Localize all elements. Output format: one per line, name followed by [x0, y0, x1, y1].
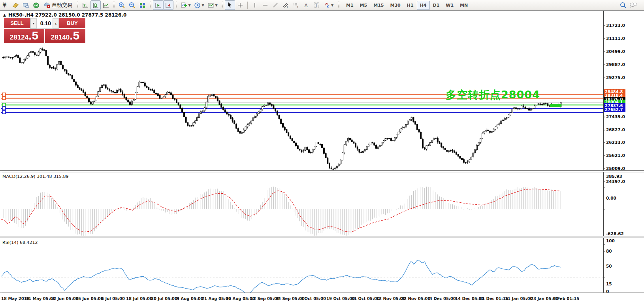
- candle-body: [239, 132, 241, 134]
- volume-input[interactable]: 0.10: [37, 18, 53, 28]
- candle-body: [219, 101, 220, 104]
- buy-button[interactable]: BUY: [59, 18, 85, 29]
- candle-body: [36, 55, 37, 55]
- candle-body: [12, 57, 13, 58]
- price-tick-label: 29275.0: [606, 75, 625, 80]
- candle-body: [454, 151, 455, 153]
- candle-body: [309, 150, 310, 153]
- buy-price-main: 28140: [51, 30, 70, 45]
- candle-body: [514, 108, 515, 109]
- candle-body: [128, 100, 129, 102]
- time-axis-label: 8 Feb 01:15: [553, 296, 579, 301]
- hline-price-tag: 27652.7: [604, 107, 625, 112]
- candle-body: [111, 91, 112, 91]
- candle-body: [488, 130, 489, 131]
- collapse-triangle-icon[interactable]: ▲: [3, 13, 6, 17]
- buy-price[interactable]: 28140 .5: [45, 29, 85, 43]
- candle-body: [213, 94, 215, 96]
- candle-body: [116, 90, 117, 93]
- sell-button[interactable]: SELL: [4, 18, 30, 29]
- candle-body: [510, 113, 511, 115]
- candle-body: [25, 58, 26, 59]
- candle-body: [502, 120, 503, 121]
- candle-body: [312, 149, 313, 152]
- time-axis-label: 30 Jul 05:00: [151, 296, 177, 301]
- candle-body: [362, 151, 363, 152]
- pane-separator-macd[interactable]: [0, 170, 644, 172]
- price-tick-label: 26233.0: [606, 140, 625, 145]
- candle-body: [122, 92, 123, 94]
- volume-decrease-button[interactable]: ▼: [30, 18, 37, 28]
- candle-body: [189, 126, 190, 127]
- candle-body: [83, 90, 84, 92]
- candle-body: [3, 57, 4, 58]
- candle-body: [310, 152, 311, 153]
- candle-body: [456, 153, 457, 155]
- candle-body: [355, 144, 356, 147]
- candle-body: [75, 82, 77, 85]
- candle-body: [469, 160, 470, 162]
- candle-body: [198, 114, 200, 118]
- candle-body: [159, 96, 160, 99]
- candle-body: [209, 96, 211, 96]
- pane-separator-rsi[interactable]: [0, 236, 644, 238]
- candle-body: [51, 67, 52, 68]
- candle-body: [204, 108, 205, 111]
- candle-body: [405, 125, 407, 127]
- hline-handle: [2, 111, 6, 114]
- candle-body: [252, 118, 254, 121]
- candle-body: [264, 105, 265, 107]
- candle-body: [131, 101, 132, 104]
- candle-body: [87, 96, 88, 98]
- candle-body: [118, 89, 119, 90]
- price-tick-label: 25621.0: [606, 153, 625, 158]
- candle-body: [66, 70, 67, 74]
- candle-body: [529, 109, 530, 110]
- candle-body: [224, 110, 226, 112]
- candle-body: [325, 153, 326, 158]
- candle-body: [202, 111, 203, 111]
- candle-body: [540, 104, 541, 105]
- candle-body: [8, 57, 9, 57]
- chart-header: ▲ HK50-,H4 27922.0 28150.0 27877.5 28126…: [3, 12, 126, 18]
- candle-body: [64, 69, 65, 70]
- chart-canvas[interactable]: [0, 0, 644, 304]
- candle-body: [517, 109, 518, 109]
- candle-body: [254, 116, 256, 118]
- candle-body: [191, 126, 192, 127]
- candle-body: [141, 82, 142, 82]
- candle-body: [245, 127, 246, 130]
- candle-body: [208, 96, 209, 102]
- candle-body: [484, 131, 485, 133]
- chart-area[interactable]: 多空转折点28004 ▲ HK50-,H4 27922.0 28150.0 27…: [0, 11, 644, 304]
- candle-body: [416, 124, 418, 129]
- candle-body: [335, 168, 336, 169]
- candle-body: [361, 152, 362, 153]
- candle-body: [288, 133, 289, 136]
- candle-body: [55, 69, 56, 69]
- sell-price[interactable]: 28124 .5: [4, 29, 44, 43]
- candle-body: [301, 150, 302, 152]
- candle-body: [413, 117, 414, 121]
- candle-body: [390, 138, 392, 141]
- candle-body: [17, 55, 19, 58]
- candle-body: [16, 55, 17, 57]
- hline-handle: [2, 96, 6, 100]
- candle-body: [167, 92, 168, 95]
- trade-panel-top-row: SELL ▼ 0.10 ▲ BUY: [4, 18, 85, 29]
- candle-body: [340, 160, 341, 164]
- candle-body: [23, 59, 24, 62]
- trend-annotation-text[interactable]: 多空转折点28004: [446, 88, 540, 102]
- candle-body: [504, 118, 505, 120]
- price-axis-border[interactable]: [603, 11, 604, 293]
- candle-body: [297, 146, 298, 149]
- candle-body: [105, 85, 106, 88]
- candle-body: [30, 51, 32, 53]
- time-axis-label: 12 Jun 05:00: [51, 296, 79, 301]
- time-axis-label: 25 Jun 05:00: [75, 296, 104, 301]
- volume-increase-button[interactable]: ▲: [53, 18, 59, 28]
- time-axis-label: 31 Oct 05:00: [351, 296, 380, 301]
- candle-body: [305, 147, 306, 151]
- candle-body: [527, 108, 528, 109]
- candle-body: [368, 145, 369, 146]
